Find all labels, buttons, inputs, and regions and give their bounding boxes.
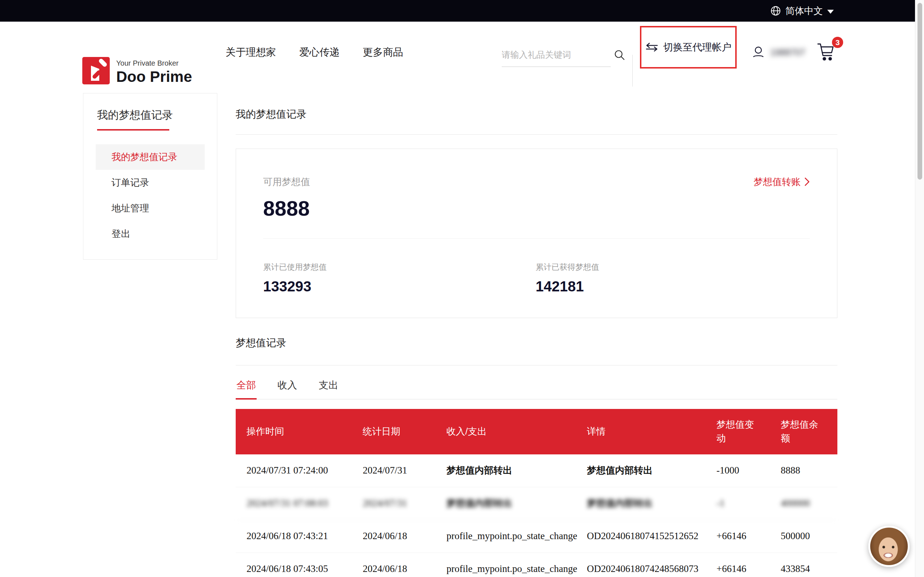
cell-time: 2024/07/31 07:24:00 [247,465,363,476]
page: 简体中文 Your Private Broker Doo Prime 关于理想家… [0,0,924,577]
sidebar-title-underline [97,129,169,131]
site-header: Your Private Broker Doo Prime 关于理想家 爱心传递… [0,22,915,83]
cell-type: profile_mypoint.po_state_change [446,563,587,574]
col-points-change: 梦想值变动 [716,418,761,445]
switch-to-agent-button[interactable]: 切换至代理帐户 [645,41,732,54]
topbar: 简体中文 [0,0,915,22]
table-row: 2024/06/18 07:43:05 2024/06/18 profile_m… [236,553,837,577]
points-transfer-link[interactable]: 梦想值转账 [754,176,810,188]
cell-balance: 400000 [781,498,835,509]
search-icon[interactable] [614,49,625,61]
records-section-title: 梦想值记录 [236,336,837,350]
cell-detail: 梦想值内部转出 [587,464,716,477]
col-income-expense: 收入/支出 [446,425,587,438]
username-masked: 1988707 [770,47,805,58]
col-operation-time: 操作时间 [247,425,363,438]
nav-item-about[interactable]: 关于理想家 [226,45,276,59]
title-divider [236,134,837,135]
scrollbar-track[interactable] [915,0,924,577]
cell-change: +66146 [716,530,781,542]
card-divider [263,239,810,239]
table-row-blurred: 2024/07/31 07:08:03 2024/07/31 梦想值内部转出 梦… [236,487,837,520]
main-content: 我的梦想值记录 可用梦想值 梦想值转账 8888 累计已使用梦想值 133293 [236,93,837,577]
avatar[interactable] [868,526,909,567]
cell-date: 2024/07/31 [363,498,446,509]
sidebar-menu: 我的梦想值记录 订单记录 地址管理 登出 [83,144,217,247]
cell-detail: 梦想值内部转出 [587,497,716,509]
chevron-right-icon [804,177,810,187]
swap-arrows-icon [645,43,658,52]
used-points-value: 133293 [263,279,536,295]
main-nav: 关于理想家 爱心传递 更多商品 [226,22,403,83]
cell-time: 2024/07/31 07:08:03 [247,498,363,509]
sidebar-title: 我的梦想值记录 [97,108,217,122]
cell-type: 梦想值内部转出 [446,464,587,477]
used-points-stat: 累计已使用梦想值 133293 [263,262,536,295]
col-stat-date: 统计日期 [363,425,446,438]
nav-item-charity[interactable]: 爱心传递 [299,45,340,59]
header-divider [632,55,633,87]
cell-date: 2024/06/18 [363,563,446,574]
account-menu[interactable]: 1988707 [751,22,805,83]
cell-detail: OD20240618074248568073 [587,563,716,574]
cart-button[interactable]: 3 [816,42,838,65]
nav-item-more-products[interactable]: 更多商品 [363,45,403,59]
switch-to-agent-label: 切换至代理帐户 [663,41,732,54]
sidebar: 我的梦想值记录 我的梦想值记录 订单记录 地址管理 登出 [83,93,217,259]
globe-icon [770,5,781,16]
cell-date: 2024/07/31 [363,465,446,476]
doo-prime-logo-icon [82,57,110,84]
cell-balance: 433854 [781,563,835,574]
scrollbar-thumb[interactable] [918,3,922,180]
table-header: 操作时间 统计日期 收入/支出 详情 梦想值变动 梦想值余额 [236,409,837,455]
available-points-value: 8888 [263,196,810,220]
cell-time: 2024/06/18 07:43:05 [247,563,363,574]
page-title: 我的梦想值记录 [236,108,837,121]
chevron-down-icon [827,10,834,14]
available-points-label: 可用梦想值 [263,176,310,188]
table-row: 2024/07/31 07:24:00 2024/07/31 梦想值内部转出 梦… [236,455,837,487]
col-detail: 详情 [587,425,716,438]
cell-date: 2024/06/18 [363,530,446,542]
col-points-balance: 梦想值余额 [781,418,825,445]
records-divider [236,365,837,366]
table-row: 2024/06/18 07:43:21 2024/06/18 profile_m… [236,520,837,553]
earned-points-label: 累计已获得梦想值 [536,262,599,272]
used-points-label: 累计已使用梦想值 [263,262,536,272]
cell-type: 梦想值内部转出 [446,497,587,509]
sidebar-item-order-history[interactable]: 订单记录 [96,170,205,195]
switch-account-highlight-box: 切换至代理帐户 [640,26,737,69]
cell-balance: 500000 [781,530,835,542]
records-tabs: 全部 收入 支出 [236,372,837,400]
cell-balance: 8888 [781,465,835,476]
cell-change: -1 [716,498,781,509]
earned-points-stat: 累计已获得梦想值 142181 [536,262,599,295]
tab-income[interactable]: 收入 [277,372,298,399]
tab-all[interactable]: 全部 [236,372,257,399]
language-label: 简体中文 [785,5,823,17]
gift-search [502,43,611,67]
tab-expense[interactable]: 支出 [318,372,339,399]
sidebar-item-logout[interactable]: 登出 [96,221,205,247]
cell-time: 2024/06/18 07:43:21 [247,530,363,542]
user-icon [751,45,765,59]
search-input[interactable] [502,50,614,60]
brand-text: Your Private Broker Doo Prime [116,57,192,85]
sidebar-item-my-dream-points[interactable]: 我的梦想值记录 [96,144,205,170]
language-selector[interactable]: 简体中文 [770,0,834,22]
sidebar-item-address-management[interactable]: 地址管理 [96,195,205,221]
cell-change: +66146 [716,563,781,574]
earned-points-value: 142181 [536,279,599,295]
cell-change: -1000 [716,465,781,476]
points-transfer-label: 梦想值转账 [754,176,801,188]
cell-detail: OD20240618074152512652 [587,530,716,542]
cart-count-badge: 3 [832,37,843,48]
brand-logo[interactable]: Your Private Broker Doo Prime [82,57,192,85]
dream-points-summary-card: 可用梦想值 梦想值转账 8888 累计已使用梦想值 133293 累计已获得梦想… [236,148,837,318]
brand-tagline: Your Private Broker [116,59,192,68]
brand-name: Doo Prime [116,68,192,85]
cell-type: profile_mypoint.po_state_change [446,530,587,542]
